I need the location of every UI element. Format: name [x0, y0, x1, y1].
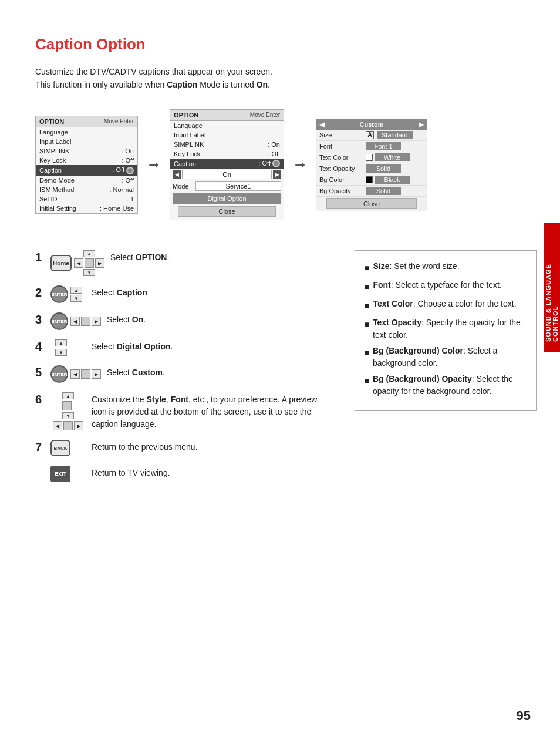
menu2-title: OPTION [174, 112, 198, 119]
nav-right-1[interactable]: ▶ [95, 258, 104, 268]
info-bullet-textcolor: ■ [365, 299, 369, 313]
menu3-bgopacity-value: Solid [366, 187, 401, 195]
nav-down-4[interactable]: ▼ [55, 349, 67, 356]
nav-up-6[interactable]: ▲ [62, 392, 74, 399]
enter-button-3[interactable]: ENTER [50, 312, 68, 330]
textcolor-value-box: White [375, 153, 410, 161]
menu3-bgcolor-label: Bg Color [319, 176, 363, 183]
font-value-box: Font 1 [366, 142, 401, 150]
info-textcolor: ■ Text Color: Choose a color for the tex… [365, 298, 527, 313]
digital-option-label: Digital Option [207, 195, 246, 202]
nav-group-1: ▲ ◀ ▶ ▼ [74, 250, 104, 276]
menu3-header: ◀ Custom ▶ [316, 119, 427, 130]
nav-down-2[interactable]: ▼ [70, 295, 82, 302]
menu1-move-enter: Move Enter [104, 118, 134, 125]
info-text-textopacity: Text Opacity: Specify the opacity for th… [373, 317, 527, 341]
exit-button[interactable]: EXIT [50, 466, 70, 482]
steps-section: 1 Home ▲ ◀ ▶ [35, 250, 537, 492]
nav-center-6b [63, 421, 73, 430]
step-2: 2 ENTER ▲ ▼ Select Caption [35, 285, 331, 303]
screens-section: OPTION Move Enter Language Input Label S… [35, 109, 537, 221]
nav-left-1[interactable]: ◀ [74, 258, 83, 268]
enter-button-5[interactable]: ENTER [50, 365, 68, 383]
back-button[interactable]: BACK [50, 440, 70, 456]
info-bullet-bgcolor: ■ [365, 346, 369, 360]
menu3-row-textopacity: Text Opacity Solid [316, 163, 427, 174]
info-text-bgopacity: Bg (Background) Opacity: Select the opac… [373, 373, 527, 398]
nav-group-2: ▲ ▼ [70, 287, 82, 302]
step-3-icons: ENTER ◀ ▶ [50, 312, 101, 330]
nav-up-1[interactable]: ▲ [83, 250, 95, 257]
menu1-row-language: Language [36, 127, 137, 137]
nav-left-arrow[interactable]: ◀ [173, 170, 181, 179]
menu3-textcolor-value: White [366, 153, 410, 161]
textopacity-value-box: Solid [366, 164, 401, 173]
nav-lr-5: ◀ ▶ [70, 369, 101, 379]
menu2-nav-row: ◀ On ▶ [170, 169, 284, 180]
step-7-num: 7 [35, 441, 45, 453]
nav-left-3[interactable]: ◀ [70, 317, 80, 326]
intro-line2-mid: Mode is turned [197, 80, 256, 89]
menu3-close-btn[interactable]: Close [326, 198, 417, 209]
menu3-row-bgcolor: Bg Color Black [316, 174, 427, 186]
nav-down-1[interactable]: ▼ [83, 269, 95, 276]
info-bullet-bgopacity: ■ [365, 374, 369, 388]
nav-left-5[interactable]: ◀ [70, 369, 80, 379]
textcolor-swatch [366, 154, 373, 161]
mode-label: Mode [173, 183, 193, 190]
size-icon: A [366, 131, 374, 139]
nav-right-arrow[interactable]: ▶ [273, 170, 281, 179]
menu1-row-initialsetting: Initial Setting: Home Use [36, 204, 137, 213]
menu3-size-value: A Standard [366, 131, 413, 139]
menu2-row-simplink: SIMPLINK: On [170, 140, 284, 149]
step-2-text: Select Caption [92, 287, 147, 299]
info-box: ■ Size: Set the word size. ■ Font: Selec… [355, 250, 537, 410]
menu2-row-language: Language [170, 121, 284, 130]
menu3-left-arrow[interactable]: ◀ [319, 120, 325, 129]
nav-left-6[interactable]: ◀ [53, 421, 62, 430]
intro-caption-bold: Caption [167, 80, 197, 89]
nav-up-4[interactable]: ▲ [55, 339, 67, 346]
nav-right-6[interactable]: ▶ [74, 421, 83, 430]
digital-option-row[interactable]: Digital Option [173, 193, 281, 204]
menu1-row-inputlabel: Input Label [36, 137, 137, 146]
side-tab: SOUND & LANGUAGE CONTROL [544, 223, 560, 352]
step-1-icons: Home ▲ ◀ ▶ ▼ [50, 250, 104, 276]
nav-lr-6: ◀ ▶ [53, 421, 83, 430]
intro-on-bold: On [257, 80, 268, 89]
step-4-text: Select Digital Option. [92, 341, 173, 353]
info-text-font: Font: Select a typeface for the text. [373, 279, 501, 291]
step-exit: EXIT Return to TV viewing. [35, 466, 331, 482]
nav-down-6[interactable]: ▼ [62, 412, 74, 419]
step-5-custom: Custom [132, 368, 163, 377]
nav-right-3[interactable]: ▶ [92, 317, 101, 326]
info-font: ■ Font: Select a typeface for the text. [365, 279, 527, 294]
menu3-right-arrow[interactable]: ▶ [419, 120, 424, 129]
info-text-textcolor: Text Color: Choose a color for the text. [373, 298, 516, 310]
home-button[interactable]: Home [50, 255, 72, 271]
menu2-move-enter: Move Enter [250, 112, 280, 119]
nav-up-2[interactable]: ▲ [70, 287, 82, 294]
menu2-close-btn[interactable]: Close [178, 206, 276, 217]
intro-line2-pre: This function in only available when [35, 80, 167, 89]
size-value-box: Standard [377, 131, 413, 139]
enter-button-2[interactable]: ENTER [50, 285, 68, 303]
step-7: 7 BACK Return to the previous menu. [35, 440, 331, 456]
info-bgcolor: ■ Bg (Background) Color: Select a backgr… [365, 345, 527, 369]
intro-text: Customize the DTV/CADTV captions that ap… [35, 65, 537, 92]
nav-group-6-ud: ▲ ▼ [62, 392, 74, 419]
info-bullet-textopacity: ■ [365, 318, 369, 332]
menu3-textopacity-label: Text Opacity [319, 165, 363, 172]
step-6-font: Font [171, 395, 188, 404]
menu3-size-label: Size [319, 132, 363, 139]
nav-right-5[interactable]: ▶ [92, 369, 101, 379]
menu3: ◀ Custom ▶ Size A Standard Font Font 1 [316, 119, 427, 211]
nav-center-5 [81, 369, 90, 379]
main-content: Caption Option Customize the DTV/CADTV c… [35, 0, 537, 492]
step-4: 4 ▲ ▼ Select Digital Option. [35, 339, 331, 356]
step-3-text: Select On. [107, 314, 146, 326]
menu1-row-ismmethod: ISM Method: Normal [36, 185, 137, 194]
step-2-icons: ENTER ▲ ▼ [50, 285, 86, 303]
menu3-bgopacity-label: Bg Opacity [319, 187, 363, 194]
menu3-bgcolor-value: Black [366, 176, 410, 184]
